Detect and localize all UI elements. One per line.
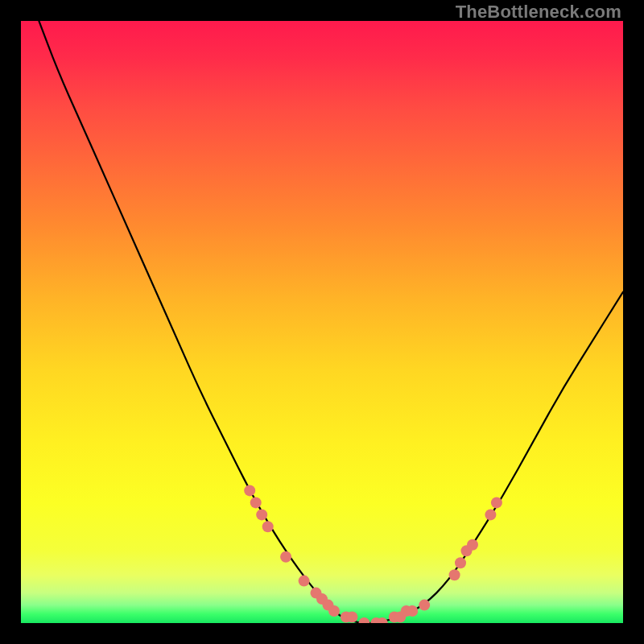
highlight-dot [358, 617, 369, 623]
highlight-dots-group [244, 485, 502, 623]
highlight-dot [244, 485, 255, 496]
bottleneck-curve [39, 21, 623, 623]
highlight-dot [250, 497, 262, 508]
highlight-dot [328, 605, 340, 617]
highlight-dot [346, 612, 357, 623]
highlight-dot [467, 539, 478, 551]
highlight-dot [407, 605, 418, 617]
plot-area [21, 21, 623, 623]
curve-svg [21, 21, 623, 623]
highlight-dot [485, 509, 496, 520]
highlight-dot [449, 569, 460, 580]
highlight-dot [455, 557, 466, 568]
highlight-dot [419, 600, 430, 611]
highlight-dot [256, 509, 267, 520]
highlight-dot [262, 521, 274, 532]
highlight-dot [491, 497, 502, 508]
chart-frame: TheBottleneck.com [0, 0, 644, 644]
highlight-dot [280, 551, 291, 563]
watermark-text: TheBottleneck.com [456, 2, 621, 23]
highlight-dot [299, 576, 310, 587]
